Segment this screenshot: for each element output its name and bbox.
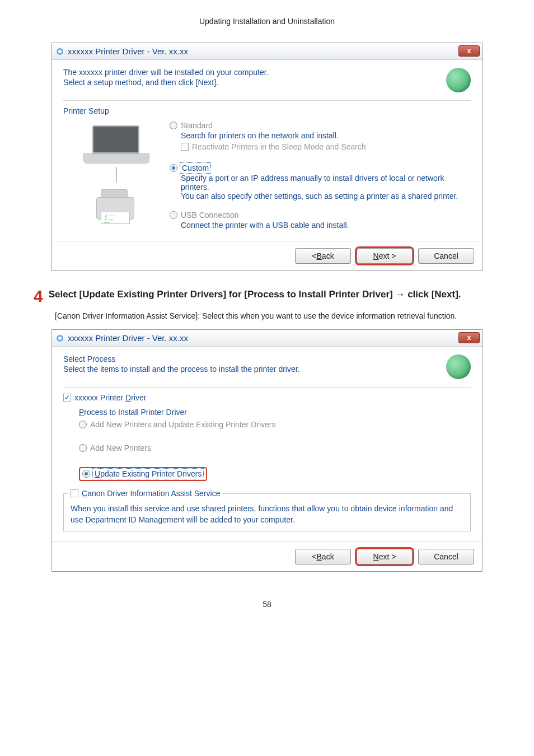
checkbox-icon — [181, 143, 189, 151]
close-button[interactable]: x — [458, 332, 480, 343]
step-text: Select [Update Existing Printer Drivers]… — [49, 288, 461, 305]
process-label: Process to Install Printer Driver — [79, 408, 471, 417]
heading-line-1: Select Process — [63, 354, 446, 363]
section-title: Printer Setup — [63, 106, 471, 115]
checkbox-icon — [71, 489, 78, 497]
radio-add-update[interactable]: Add New Printers and Update Existing Pri… — [79, 420, 471, 429]
radio-label: Standard — [181, 121, 213, 130]
titlebar: xxxxxx Printer Driver - Ver. xx.xx x — [52, 330, 482, 347]
radio-label: Update Existing Printer Drivers — [93, 469, 203, 478]
radio-icon — [170, 164, 177, 172]
next-button[interactable]: Next > — [357, 549, 413, 564]
close-button[interactable]: x — [458, 45, 480, 57]
service-legend[interactable]: Canon Driver Information Assist Service — [68, 489, 222, 498]
app-icon — [55, 334, 64, 343]
radio-usb[interactable]: USB Connection — [170, 211, 471, 220]
heading-line-2: Select the items to install and the proc… — [63, 365, 446, 374]
radio-icon — [170, 211, 177, 219]
back-button[interactable]: < Back — [295, 549, 351, 564]
radio-standard[interactable]: Standard — [170, 121, 471, 130]
step-note: [Canon Driver Information Assist Service… — [55, 310, 500, 321]
radio-update-existing[interactable]: Update Existing Printer Drivers — [79, 467, 207, 481]
titlebar: xxxxxx Printer Driver - Ver. xx.xx x — [52, 43, 482, 60]
heading-line-1: The xxxxxx printer driver will be instal… — [63, 68, 446, 77]
svg-point-1 — [58, 50, 62, 53]
checkbox-printer-driver[interactable]: xxxxxx Printer Driver — [63, 393, 471, 402]
globe-icon — [446, 68, 471, 92]
checkbox-label: xxxxxx Printer Driver — [74, 393, 146, 402]
page-breadcrumb: Updating Installation and Uninstallation — [34, 17, 500, 26]
window-title: xxxxxx Printer Driver - Ver. xx.xx — [68, 46, 188, 56]
window-title: xxxxxx Printer Driver - Ver. xx.xx — [68, 333, 188, 343]
cancel-button[interactable]: Cancel — [418, 549, 474, 564]
setup-dialog-2: xxxxxx Printer Driver - Ver. xx.xx x Sel… — [51, 329, 483, 572]
installer-art: ✓—✓—— — [63, 121, 170, 232]
radio-label: Add New Printers — [90, 444, 151, 452]
radio-custom[interactable]: Custom — [170, 164, 471, 172]
desc-standard: Search for printers on the network and i… — [181, 131, 471, 140]
step-number: 4 — [34, 288, 43, 305]
radio-icon — [79, 444, 87, 452]
close-icon: x — [467, 47, 471, 55]
radio-icon — [170, 122, 177, 129]
radio-label: USB Connection — [181, 211, 239, 220]
desc-custom: Specify a port or an IP address manually… — [181, 174, 471, 200]
service-description: When you install this service and use sh… — [68, 501, 466, 525]
heading-line-2: Select a setup method, and then click [N… — [63, 78, 446, 87]
radio-icon — [79, 421, 87, 428]
checkbox-label: Reactivate Printers in the Sleep Mode an… — [192, 142, 366, 151]
service-fieldset: Canon Driver Information Assist Service … — [63, 489, 471, 531]
cancel-button[interactable]: Cancel — [418, 248, 474, 264]
globe-icon — [446, 354, 471, 379]
setup-dialog-1: xxxxxx Printer Driver - Ver. xx.xx x The… — [51, 43, 483, 271]
service-label: Canon Driver Information Assist Service — [82, 489, 220, 498]
desc-usb: Connect the printer with a USB cable and… — [181, 221, 471, 230]
checkbox-icon — [63, 394, 71, 402]
radio-add-new[interactable]: Add New Printers — [79, 444, 471, 452]
checkbox-reactivate[interactable]: Reactivate Printers in the Sleep Mode an… — [181, 142, 471, 151]
close-icon: x — [467, 334, 471, 342]
radio-label: Custom — [181, 164, 210, 172]
back-button[interactable]: < Back — [295, 248, 351, 264]
page-number: 58 — [34, 600, 500, 609]
app-icon — [55, 47, 64, 56]
next-button[interactable]: Next > — [357, 248, 413, 264]
svg-point-3 — [58, 337, 62, 340]
radio-label: Add New Printers and Update Existing Pri… — [90, 420, 275, 429]
radio-icon — [82, 470, 90, 478]
